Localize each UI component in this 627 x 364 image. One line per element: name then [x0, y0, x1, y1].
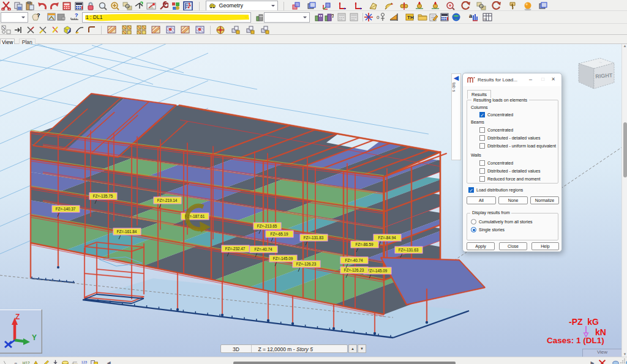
svg-text:?: ? [37, 12, 40, 18]
svg-text:m: m [484, 17, 487, 21]
svg-text:0: 0 [377, 15, 380, 20]
svg-text:FZ=-84.94: FZ=-84.94 [378, 236, 396, 240]
svg-text:FZ=-126.23: FZ=-126.23 [344, 268, 364, 272]
svg-text:?: ? [75, 12, 78, 18]
svg-text:FZ=-86.59: FZ=-86.59 [355, 242, 374, 247]
svg-text:1 : DL1: 1 : DL1 [86, 14, 103, 20]
svg-text:?: ? [331, 13, 334, 19]
svg-text:123: 123 [81, 361, 86, 364]
svg-text:TH: TH [407, 15, 414, 20]
svg-text:Y: Y [32, 333, 37, 342]
svg-text:RIGHT: RIGHT [595, 72, 613, 80]
svg-text:FZ=-40.74: FZ=-40.74 [345, 258, 363, 262]
svg-text:FZ=-219.14: FZ=-219.14 [157, 198, 178, 202]
svg-text:FZ=-145.09: FZ=-145.09 [367, 269, 388, 273]
svg-text:Z: Z [15, 313, 20, 321]
svg-text:FZ=-145.09: FZ=-145.09 [273, 256, 293, 261]
svg-text:FZ=-131.83: FZ=-131.83 [304, 236, 324, 240]
svg-text:FZ=-135.75: FZ=-135.75 [93, 194, 113, 198]
svg-text:FZ=-40.74: FZ=-40.74 [254, 247, 272, 251]
svg-text:FZ=-213.65: FZ=-213.65 [257, 224, 277, 228]
svg-text:FZ=-65.19: FZ=-65.19 [270, 232, 288, 236]
svg-text:.n: .n [13, 361, 17, 364]
svg-text:FZ=-140.37: FZ=-140.37 [56, 207, 76, 211]
svg-text:FZ=-126.23: FZ=-126.23 [296, 262, 317, 266]
svg-text:FZ=-161.84: FZ=-161.84 [117, 229, 137, 234]
svg-text:a: a [469, 13, 473, 19]
svg-text:FZ=-232.47: FZ=-232.47 [225, 247, 246, 251]
svg-text:FZ=-131.63: FZ=-131.63 [399, 248, 419, 252]
svg-text:H12: H12 [22, 361, 29, 364]
